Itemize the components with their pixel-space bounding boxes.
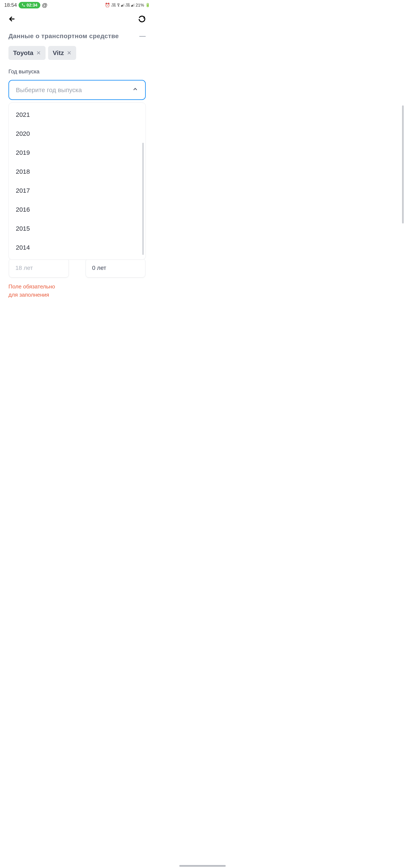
refresh-icon: [138, 15, 146, 23]
year-option[interactable]: 2016: [9, 200, 146, 219]
chip-model[interactable]: Vitz ✕: [48, 46, 76, 60]
alarm-icon: ⏰: [105, 3, 110, 8]
selected-chips: Toyota ✕ Vitz ✕: [8, 46, 146, 60]
net-4g-indicator: 4G ⇅: [117, 3, 120, 7]
lte1-indicator: Vo)) LTE1: [111, 3, 116, 7]
year-option[interactable]: 2018: [9, 162, 146, 181]
age-left-box[interactable]: 18 лет: [9, 258, 69, 277]
error-line-2: для заполнения: [8, 291, 146, 299]
phone-icon: [22, 3, 25, 7]
close-icon[interactable]: ✕: [67, 50, 71, 56]
chip-brand-label: Toyota: [13, 49, 33, 57]
at-indicator: @: [42, 2, 47, 8]
year-placeholder: Выберите год выпуска: [16, 87, 82, 94]
back-button[interactable]: [8, 15, 16, 24]
year-select[interactable]: Выберите год выпуска: [8, 80, 146, 100]
age-row: 18 лет 0 лет: [8, 258, 146, 277]
status-time: 18:54: [4, 2, 17, 8]
main-content: Данные о транспортном средстве — Toyota …: [0, 26, 154, 299]
status-bar: 18:54 02:34 @ ⏰ Vo)) LTE1 4G ⇅ Vo)) LTE2…: [0, 0, 154, 10]
year-dropdown: 2021 2020 2019 2018 2017 2016 2015 2014: [8, 102, 146, 260]
year-option[interactable]: 2021: [9, 105, 146, 124]
chip-model-label: Vitz: [53, 49, 64, 57]
year-option[interactable]: 2020: [9, 124, 146, 143]
year-option[interactable]: 2015: [9, 219, 146, 238]
dropdown-scrollbar[interactable]: [142, 143, 144, 255]
ongoing-call-pill[interactable]: 02:34: [19, 2, 40, 8]
signal-2-icon: [131, 4, 134, 6]
section-title: Данные о транспортном средстве: [8, 32, 119, 40]
year-option[interactable]: 2019: [9, 143, 146, 162]
chip-brand[interactable]: Toyota ✕: [8, 46, 46, 60]
lte2-indicator: Vo)) LTE2: [125, 3, 130, 7]
status-left: 18:54 02:34 @: [4, 2, 48, 8]
error-line-1: Поле обязательно: [8, 282, 146, 291]
close-icon[interactable]: ✕: [36, 50, 41, 56]
signal-1-icon: [121, 4, 124, 6]
validation-error: Поле обязательно для заполнения: [8, 282, 146, 299]
nav-bar: [0, 10, 154, 26]
battery-percent: 21%: [136, 3, 144, 8]
year-option[interactable]: 2014: [9, 238, 146, 257]
battery-icon: 🔋: [145, 3, 150, 7]
arrow-left-icon: [8, 15, 16, 23]
status-right: ⏰ Vo)) LTE1 4G ⇅ Vo)) LTE2 21% 🔋: [105, 3, 150, 8]
collapse-icon[interactable]: —: [139, 32, 146, 40]
year-option[interactable]: 2017: [9, 181, 146, 200]
year-label: Год выпуска: [8, 68, 146, 75]
age-right-box[interactable]: 0 лет: [86, 258, 146, 277]
section-header[interactable]: Данные о транспортном средстве —: [8, 32, 146, 46]
refresh-button[interactable]: [138, 15, 146, 24]
call-duration: 02:34: [27, 3, 37, 8]
chevron-up-icon: [132, 86, 138, 94]
